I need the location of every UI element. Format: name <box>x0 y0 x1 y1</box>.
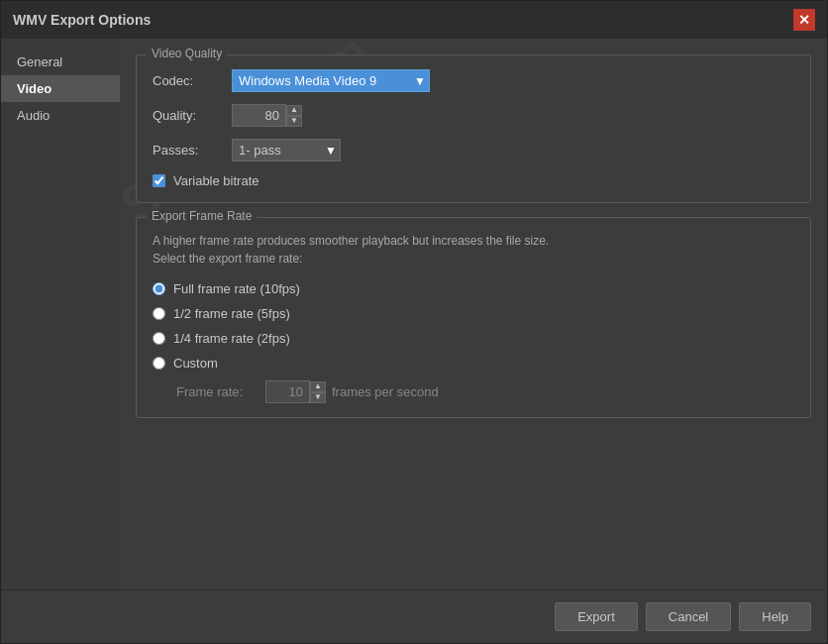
frame-rate-input[interactable]: 10 <box>265 380 310 403</box>
codec-label: Codec: <box>153 73 232 88</box>
sidebar-item-audio[interactable]: Audio <box>1 102 120 129</box>
half-frame-rate-label[interactable]: 1/2 frame rate (5fps) <box>173 306 290 321</box>
frame-rate-label: Frame rate: <box>176 384 265 399</box>
codec-select-wrapper: Windows Media Video 9 Windows Media Vide… <box>232 69 430 92</box>
quality-input[interactable]: 80 <box>232 104 286 127</box>
full-frame-rate-radio[interactable] <box>153 282 165 295</box>
export-frame-rate-title: Export Frame Rate <box>147 209 257 223</box>
quality-up-button[interactable]: ▲ <box>286 105 302 116</box>
dialog-footer: Export Cancel Help <box>1 590 827 643</box>
frame-rate-spinner: 10 ▲ ▼ <box>265 380 326 403</box>
custom-frame-rate-input-row: Frame rate: 10 ▲ ▼ frames per second <box>153 380 794 403</box>
passes-label: Passes: <box>153 143 232 158</box>
frame-rate-up-button[interactable]: ▲ <box>310 381 326 392</box>
frame-rate-description: A higher frame rate produces smoother pl… <box>153 232 794 268</box>
quarter-frame-rate-row: 1/4 frame rate (2fps) <box>153 331 794 346</box>
export-frame-rate-panel: Export Frame Rate A higher frame rate pr… <box>136 217 811 418</box>
frame-rate-spinner-buttons: ▲ ▼ <box>310 381 326 403</box>
full-frame-rate-row: Full frame rate (10fps) <box>153 281 794 296</box>
title-bar: WMV Export Options ✕ <box>1 1 827 39</box>
dialog-title: WMV Export Options <box>13 12 151 28</box>
video-quality-panel: Video Quality Codec: Windows Media Video… <box>136 54 811 203</box>
codec-select[interactable]: Windows Media Video 9 Windows Media Vide… <box>232 69 430 92</box>
custom-frame-rate-row: Custom <box>153 356 794 371</box>
full-frame-rate-label[interactable]: Full frame rate (10fps) <box>173 281 300 296</box>
variable-bitrate-label[interactable]: Variable bitrate <box>173 173 259 188</box>
custom-frame-rate-radio[interactable] <box>153 357 165 370</box>
dialog-body: General Video Audio SoftFD.com SoftFD.co… <box>1 39 827 590</box>
fps-label: frames per second <box>332 384 439 399</box>
help-button[interactable]: Help <box>739 602 811 631</box>
sidebar-item-video[interactable]: Video <box>1 75 120 102</box>
quarter-frame-rate-label[interactable]: 1/4 frame rate (2fps) <box>173 331 290 346</box>
passes-select-wrapper: 1- pass 2- pass ▼ <box>232 139 341 161</box>
variable-bitrate-checkbox[interactable] <box>153 174 165 187</box>
quality-spinner-buttons: ▲ ▼ <box>286 105 302 127</box>
half-frame-rate-radio[interactable] <box>153 307 165 320</box>
close-button[interactable]: ✕ <box>793 9 815 31</box>
quality-label: Quality: <box>153 108 232 123</box>
main-content: SoftFD.com SoftFD.com Video Quality Code… <box>120 39 827 590</box>
passes-select[interactable]: 1- pass 2- pass <box>232 139 341 161</box>
export-button[interactable]: Export <box>555 602 638 631</box>
quarter-frame-rate-radio[interactable] <box>153 332 165 345</box>
quality-down-button[interactable]: ▼ <box>286 116 302 127</box>
cancel-button[interactable]: Cancel <box>646 602 731 631</box>
video-quality-title: Video Quality <box>147 47 227 60</box>
custom-frame-rate-label[interactable]: Custom <box>173 356 218 371</box>
codec-row: Codec: Windows Media Video 9 Windows Med… <box>153 69 794 92</box>
quality-row: Quality: 80 ▲ ▼ <box>153 104 794 127</box>
quality-spinner: 80 ▲ ▼ <box>232 104 302 127</box>
variable-bitrate-row: Variable bitrate <box>153 173 794 188</box>
half-frame-rate-row: 1/2 frame rate (5fps) <box>153 306 794 321</box>
sidebar: General Video Audio <box>1 39 120 590</box>
passes-row: Passes: 1- pass 2- pass ▼ <box>153 139 794 161</box>
dialog: WMV Export Options ✕ General Video Audio… <box>0 0 828 644</box>
frame-rate-down-button[interactable]: ▼ <box>310 392 326 403</box>
sidebar-item-general[interactable]: General <box>1 49 120 75</box>
